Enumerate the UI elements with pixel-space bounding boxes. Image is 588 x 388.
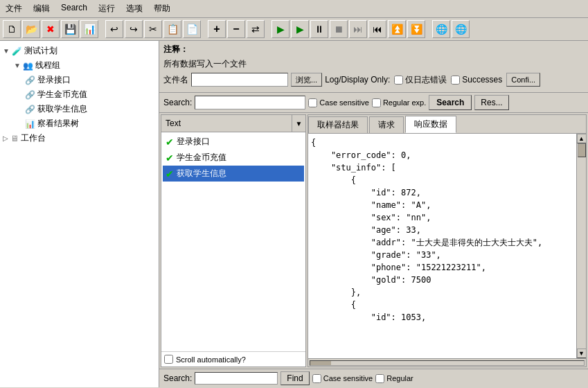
menubar: 文件 编辑 Search 运行 选项 帮助: [0, 0, 588, 18]
list-label-coin: 学生金币充值: [177, 152, 226, 164]
tb-pause[interactable]: ⏸: [310, 20, 328, 38]
tree-item-threadgroup[interactable]: ▼ 👥 线程组: [3, 58, 156, 73]
case-sensitive-checkbox[interactable]: [308, 98, 317, 107]
tb-undo[interactable]: ↩: [105, 20, 123, 38]
expand-workbench[interactable]: ▷: [3, 134, 8, 142]
tree-item-testplan[interactable]: ▼ 🧪 测试计划: [3, 44, 156, 58]
tb-remote-stop[interactable]: ⏫: [388, 20, 406, 38]
scroll-up-arrow[interactable]: ▲: [577, 134, 587, 143]
bottom-case-sensitive-label[interactable]: Case sensitive: [312, 374, 373, 383]
tb-cut[interactable]: ✂: [144, 20, 162, 38]
tab-request[interactable]: 请求: [369, 116, 404, 133]
error-only-checkbox[interactable]: [394, 76, 403, 85]
tb-add[interactable]: +: [208, 20, 226, 38]
list-item-login[interactable]: ✔ 登录接口: [163, 134, 304, 150]
tb-globe2[interactable]: 🌐: [452, 20, 470, 38]
tree-item-student[interactable]: 🔗 获取学生信息: [3, 102, 156, 116]
tb-stop[interactable]: ⏹: [330, 20, 348, 38]
menu-options[interactable]: 选项: [123, 1, 145, 16]
tb-remove[interactable]: −: [227, 20, 245, 38]
filename-input[interactable]: [191, 73, 288, 87]
log-display-row: Log/Display Only: 仅日志错误 Successes Confi.…: [325, 73, 540, 87]
horizontal-scrollbar[interactable]: [308, 358, 586, 367]
case-sensitive-text: Case sensitive: [319, 98, 369, 107]
tb-stop-now[interactable]: ⏭: [349, 20, 367, 38]
status-icon-login: ✔: [166, 136, 174, 148]
tb-play-no-pause[interactable]: ▶: [291, 20, 309, 38]
icon-threadgroup: 👥: [23, 61, 33, 71]
tb-close[interactable]: ✖: [42, 20, 60, 38]
tree-item-coin[interactable]: 🔗 学生金币充值: [3, 87, 156, 102]
search-label: Search:: [163, 98, 192, 107]
tb-redo[interactable]: ↪: [125, 20, 143, 38]
menu-help[interactable]: 帮助: [151, 1, 173, 16]
reset-button[interactable]: Res...: [474, 95, 508, 110]
tb-clear-all[interactable]: ⏬: [407, 20, 425, 38]
browse-button[interactable]: 浏览...: [291, 73, 322, 87]
scroll-auto-label: Scroll automatically?: [176, 355, 246, 364]
tree-item-workbench[interactable]: ▷ 🖥 工作台: [3, 131, 156, 146]
tb-globe1[interactable]: 🌐: [432, 20, 450, 38]
bottom-regular-checkbox[interactable]: [375, 374, 384, 383]
bottom-case-sensitive-checkbox[interactable]: [312, 374, 321, 383]
request-list: ✔ 登录接口 ✔ 学生金币充值 ✔ 获取学生信息: [161, 132, 305, 351]
scroll-down-arrow[interactable]: ▼: [577, 349, 587, 358]
label-login: 登录接口: [37, 74, 71, 86]
successes-checkbox[interactable]: [451, 76, 460, 85]
list-label-student: 获取学生信息: [177, 168, 226, 179]
h-scroll-track: [310, 360, 585, 366]
label-threadgroup: 线程组: [35, 60, 60, 71]
successes-label: Successes: [462, 75, 502, 85]
bottom-regular-text: Regular: [386, 374, 413, 382]
tab-response-data[interactable]: 响应数据: [405, 116, 456, 133]
tb-report[interactable]: 📊: [80, 20, 98, 38]
list-label-login: 登录接口: [177, 136, 210, 148]
find-button[interactable]: Find: [280, 371, 309, 385]
case-sensitive-label[interactable]: Case sensitive: [308, 98, 369, 107]
icon-student: 🔗: [25, 105, 35, 114]
tb-paste[interactable]: 📄: [183, 20, 201, 38]
icon-coin: 🔗: [25, 90, 35, 100]
menu-file[interactable]: 文件: [3, 1, 25, 16]
tb-play[interactable]: ▶: [271, 20, 289, 38]
expand-threadgroup[interactable]: ▼: [14, 62, 21, 69]
icon-login: 🔗: [25, 76, 35, 85]
regular-exp-label[interactable]: Regular exp.: [372, 98, 426, 107]
tb-open[interactable]: 📂: [22, 20, 40, 38]
tree-item-results[interactable]: 📊 察看结果树: [3, 116, 156, 131]
status-icon-student: ✔: [166, 168, 174, 179]
error-only-label: 仅日志错误: [405, 74, 447, 86]
write-all-label: 所有数据写入一个文件: [163, 58, 247, 70]
tab-sampler-results[interactable]: 取样器结果: [308, 116, 368, 133]
log-display-label: Log/Display Only:: [325, 75, 390, 85]
menu-run[interactable]: 运行: [96, 1, 118, 16]
menu-edit[interactable]: 编辑: [30, 1, 53, 16]
status-icon-coin: ✔: [166, 152, 174, 164]
search-button[interactable]: Search: [429, 95, 472, 110]
search-input[interactable]: [195, 96, 305, 109]
main-layout: ▼ 🧪 测试计划 ▼ 👥 线程组 🔗 登录接口 🔗 学生金币充值: [0, 41, 588, 387]
list-item-student[interactable]: ✔ 获取学生信息: [163, 166, 304, 182]
tb-move[interactable]: ⇄: [247, 20, 265, 38]
config-button[interactable]: Confi...: [506, 73, 540, 87]
regular-exp-checkbox[interactable]: [372, 98, 381, 107]
tb-copy[interactable]: 📋: [163, 20, 181, 38]
tree-item-login[interactable]: 🔗 登录接口: [3, 73, 156, 87]
right-panel: 注释： 所有数据写入一个文件 文件名 浏览... Log/Display Onl…: [159, 41, 588, 387]
menu-search[interactable]: Search: [58, 1, 90, 16]
bottom-search-input[interactable]: [195, 372, 278, 385]
tb-remote-start[interactable]: ⏮: [368, 20, 386, 38]
text-dropdown-value: Text: [161, 118, 292, 128]
tb-new[interactable]: 🗋: [3, 20, 21, 38]
bottom-regular-label[interactable]: Regular: [375, 374, 413, 383]
successes-checkbox-label[interactable]: Successes: [451, 75, 502, 85]
search-bar: Search: Case sensitive Regular exp. Sear…: [159, 93, 588, 113]
error-only-checkbox-label[interactable]: 仅日志错误: [394, 74, 447, 86]
tb-save[interactable]: 💾: [61, 20, 79, 38]
json-scrollbar: ▲ ▼: [576, 134, 586, 358]
expand-testplan[interactable]: ▼: [3, 47, 10, 55]
dropdown-arrow-icon[interactable]: ▼: [292, 115, 305, 132]
scroll-auto-checkbox[interactable]: [164, 355, 173, 364]
scroll-body[interactable]: [577, 143, 587, 349]
list-item-coin[interactable]: ✔ 学生金币充值: [163, 150, 304, 166]
